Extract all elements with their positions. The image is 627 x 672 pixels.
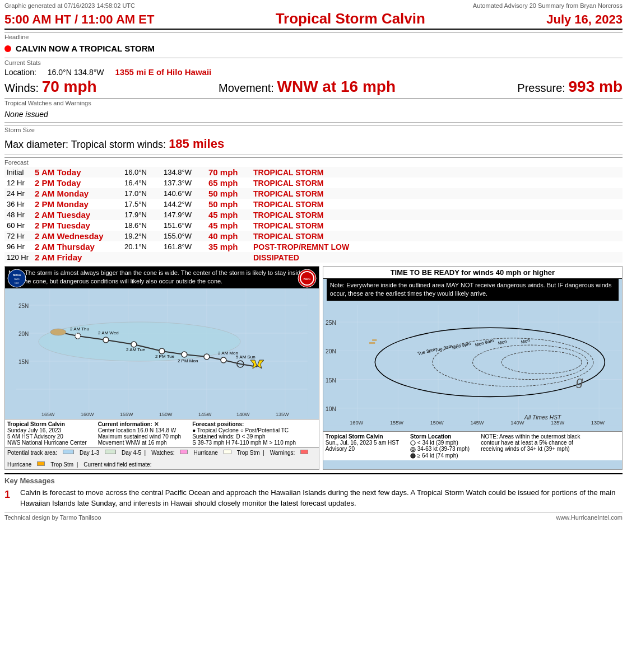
svg-text:15N: 15N [18, 359, 29, 365]
map-right-loc-label: Storm Location [410, 433, 470, 440]
map-title-left: Tropical Storm Calvin [7, 421, 87, 427]
forecast-hour: 24 Hr [4, 188, 32, 199]
map-left-note: Note: The storm is almost always bigger … [5, 267, 319, 288]
forecast-lon: 151.6°W [161, 220, 206, 231]
legend-wind-field: Current wind field estimate: [83, 461, 151, 468]
svg-text:2 PM Mon: 2 PM Mon [178, 358, 198, 363]
forecast-lon: 137.3°W [161, 178, 206, 188]
header-date: July 16, 2023 [546, 12, 623, 27]
track-map-svg: 25N 20N 15N 165W 160W 155W 150W 145W 140… [5, 288, 319, 417]
svg-text:130W: 130W [591, 419, 605, 425]
forecast-time: 2 AM Tuesday [32, 209, 122, 220]
stats-location: Location: 16.0°N 134.8°W 1355 mi E of Hi… [4, 67, 623, 77]
svg-text:5 AM Sun: 5 AM Sun [236, 354, 256, 360]
forecast-wind: 45 mph [206, 209, 251, 220]
movement-value: WNW at 16 mph [277, 78, 396, 95]
forecast-hour: Initial [4, 167, 32, 178]
generated-text: Graphic generated at 07/16/2023 14:58:02… [4, 2, 135, 9]
headline-text: CALVIN NOW A TROPICAL STORM [16, 44, 155, 53]
forecast-hour: 36 Hr [4, 199, 32, 209]
movement-label: Movement: [219, 82, 274, 94]
legend-trop-warning [37, 461, 45, 466]
maps-row: Note: The storm is almost always bigger … [4, 266, 623, 470]
legend-watches: Watches: [151, 450, 174, 456]
svg-text:155W: 155W [120, 412, 133, 417]
svg-point-43 [75, 333, 81, 339]
forecast-time: 2 AM Wednesday [32, 231, 122, 241]
watches-text: None issued [4, 108, 623, 121]
forecast-table: Initial5 AM Today16.0°N134.8°W70 mphTROP… [4, 167, 623, 263]
location-description: 1355 mi E of Hilo Hawaii [115, 67, 212, 77]
storm-size: Max diameter: Tropical storm winds: 185 … [4, 134, 623, 153]
map-right-date: Sun., Jul. 16, 2023 5 am HST [326, 440, 399, 446]
svg-text:145W: 145W [198, 412, 212, 417]
map-forecast-label: Forecast positions: [192, 421, 296, 427]
header-row: 5:00 AM HT / 11:00 AM ET Tropical Storm … [4, 10, 623, 30]
legend-hurricane-watch [180, 450, 188, 454]
svg-text:20N: 20N [326, 348, 336, 354]
forecast-hour: 120 Hr [4, 252, 32, 263]
key-messages-label: Key Messages [4, 477, 623, 485]
svg-text:15N: 15N [326, 377, 336, 384]
svg-text:2 AM Wed: 2 AM Wed [98, 330, 119, 335]
advisory-text: Automated Advisory 20 Summary from Bryan… [473, 2, 623, 9]
pressure-stat: Pressure: 993 mb [517, 78, 623, 96]
key-messages-section: Key Messages 1Calvin is forecast to move… [4, 473, 623, 509]
svg-text:145W: 145W [470, 419, 484, 425]
forecast-lat: 18.6°N [122, 220, 161, 231]
winds-value: 70 mph [42, 78, 97, 95]
svg-text:25N: 25N [18, 303, 29, 309]
headline-row: CALVIN NOW A TROPICAL STORM [4, 41, 623, 55]
svg-text:160W: 160W [350, 419, 363, 425]
header-time: 5:00 AM HT / 11:00 AM ET [4, 12, 154, 27]
forecast-wind: 50 mph [206, 199, 251, 209]
forecast-type: DISSIPATED [251, 252, 623, 263]
svg-text:155W: 155W [390, 419, 403, 425]
forecast-lat: 16.0°N [122, 167, 161, 178]
forecast-hour: 96 Hr [4, 241, 32, 252]
forecast-wind: 65 mph [206, 178, 251, 188]
forecast-time: 2 AM Monday [32, 188, 122, 199]
key-message-text: Calvin is forecast to move across the ce… [20, 487, 623, 509]
svg-point-28 [39, 322, 240, 361]
svg-text:165W: 165W [41, 412, 55, 417]
map-legend-bar: Potential track area: Day 1-3 Day 4-5 | … [5, 447, 319, 469]
map-right-note: Note: Everywhere inside the outlined are… [327, 279, 619, 301]
svg-text:10N: 10N [326, 406, 336, 412]
map-wind-info: Maximum sustained wind 70 mph [98, 433, 181, 440]
key-messages-list: 1Calvin is forecast to move across the c… [4, 487, 623, 509]
forecast-lat [122, 252, 161, 263]
stats-label: Current Stats [4, 58, 623, 66]
forecast-time: 5 AM Today [32, 167, 122, 178]
svg-text:25N: 25N [326, 320, 336, 326]
forecast-lat: 16.4°N [122, 178, 161, 188]
map-center: NWS National Hurricane Center [7, 440, 87, 446]
svg-text:2 AM Mon: 2 AM Mon [218, 351, 238, 356]
storm-size-value: 185 miles [169, 137, 224, 151]
map-right-note2: NOTE: Areas within the outermost black c… [481, 433, 593, 452]
forecast-type: TROPICAL STORM [251, 209, 623, 220]
svg-text:2 AM Tue: 2 AM Tue [126, 347, 145, 352]
forecast-lat: 17.0°N [122, 188, 161, 199]
location-coords: 16.0°N 134.8°W [48, 68, 104, 77]
forecast-type: TROPICAL STORM [251, 231, 623, 241]
map-date: Sunday July 16, 2023 [7, 427, 87, 433]
map-right-speed2: 34-63 kt (39-73 mph) [410, 446, 470, 452]
legend-track-label: Potential track area: [7, 450, 57, 456]
forecast-type: TROPICAL STORM [251, 167, 623, 178]
map-right-bottom: Tropical Storm Calvin Sun., Jul. 16, 202… [323, 431, 622, 460]
svg-point-37 [159, 348, 165, 354]
svg-rect-80 [369, 342, 375, 344]
map-right-title: TIME TO BE READY for winds 40 mph or hig… [323, 267, 622, 279]
svg-point-34 [204, 354, 210, 360]
forecast-type: POST-TROP/REMNT LOW [251, 241, 623, 252]
map-right-advisory: Advisory 20 [326, 446, 399, 452]
movement-stat: Movement: WNW at 16 mph [219, 78, 396, 96]
forecast-time: 2 PM Today [32, 178, 122, 188]
footer-left: Technical design by Tarmo Tanilsoo [4, 514, 101, 521]
track-map: Note: The storm is almost always bigger … [4, 266, 319, 470]
map-bottom-info: Tropical Storm Calvin Sunday July 16, 20… [5, 419, 319, 447]
winds-label: Winds: [4, 82, 39, 94]
pressure-value: 993 mb [569, 78, 623, 95]
storm-size-label: Storm Size [4, 125, 623, 133]
